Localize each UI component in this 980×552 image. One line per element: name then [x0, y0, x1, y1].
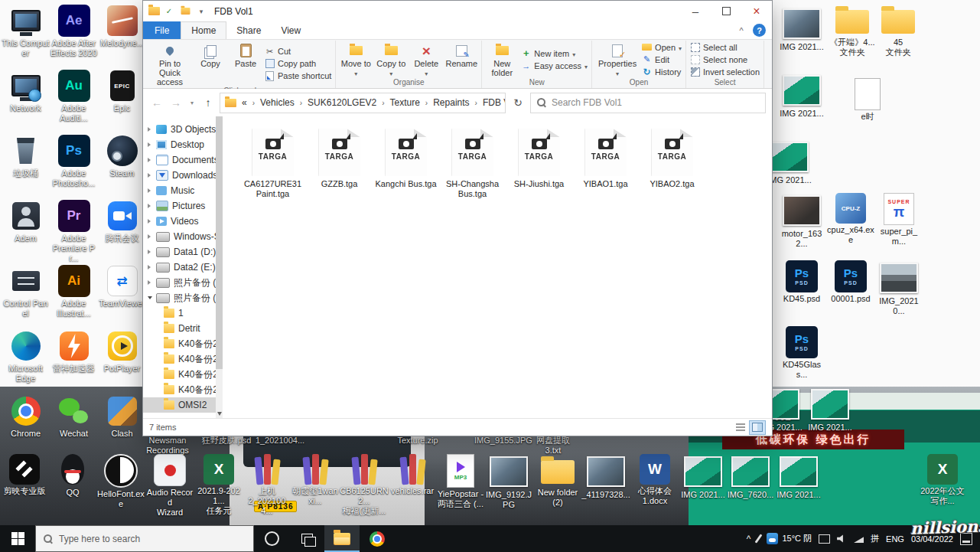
nav-item-detrit[interactable]: Detrit — [143, 321, 223, 336]
details-view-button list-icon[interactable] — [732, 420, 749, 435]
file-ca6127ure31[interactable]: TARGACA6127URE31 Paint.tga — [239, 129, 306, 199]
desktop-icon-cpuz[interactable]: CPU-Zcpuz_x64.exe — [826, 193, 875, 245]
file-yibao1[interactable]: TARGAYIBAO1.tga — [572, 129, 639, 189]
invert-selection-button[interactable]: Invert selection — [690, 67, 760, 77]
language-indicator[interactable]: ENG — [886, 534, 904, 544]
desktop-icon-wechat[interactable]: Wechat — [50, 392, 98, 457]
desktop-icon-epic[interactable]: EPICEpic — [98, 67, 146, 132]
nav-item-documents[interactable]: Documents — [143, 152, 223, 168]
refresh-button[interactable] — [510, 96, 526, 109]
pen-icon[interactable] — [755, 534, 763, 543]
desktop-icon-steam[interactable]: Steam — [98, 132, 146, 197]
desktop-icon-potplayer[interactable]: PotPlayer — [98, 327, 146, 392]
desktop-icon-archive[interactable]: 1_2021004... — [252, 436, 308, 446]
start-button[interactable] — [0, 525, 35, 552]
desktop-icon-psd-skin[interactable]: 狂野皮肤.psd — [199, 436, 254, 446]
ime-indicator[interactable]: 拼 — [871, 533, 879, 544]
copy-button[interactable]: Copy — [193, 41, 228, 87]
nav-item-pictures[interactable]: Pictures — [143, 198, 223, 214]
desktop-icon-clash[interactable]: Clash — [98, 392, 146, 457]
new-folder-button[interactable]: New folder — [484, 41, 519, 78]
minimize-button[interactable] — [680, 1, 711, 21]
desktop-icon-network[interactable]: Network — [2, 67, 50, 132]
desktop-icon-img[interactable]: IMG 2021... — [774, 454, 823, 500]
desktop-icon-leishen[interactable]: 雷神加速器 — [50, 327, 98, 392]
desktop-icon-img[interactable]: IMG 2021... — [806, 387, 855, 433]
nav-item-windows-ssd[interactable]: Windows-S... — [143, 229, 223, 244]
desktop-icon-rar-zhaoxia[interactable]: 朝霞玺1wanxi... — [291, 454, 340, 506]
easy-access-button[interactable]: Easy access — [521, 60, 588, 70]
qat-new-folder-button folder-icon[interactable] — [178, 5, 192, 18]
file-sh-changsha-bus[interactable]: TARGASH-Changsha Bus.tga — [439, 129, 506, 199]
desktop-icon-control-panel[interactable]: Control Panel — [2, 262, 50, 327]
desktop-icon-jianying[interactable]: 剪映专业版 — [0, 454, 49, 496]
taskbar-search-input[interactable]: Type here to search — [35, 525, 254, 552]
file-yibao2[interactable]: TARGAYIBAO2.tga — [639, 129, 705, 189]
desktop-icon-hellofont[interactable]: HelloFont.exe — [96, 454, 145, 509]
select-all-button[interactable]: Select all — [690, 42, 760, 52]
nav-item-k40-backup-4[interactable]: K40备份20... — [143, 382, 223, 397]
pin-to-quick-access-button[interactable]: Pin to Quick access — [147, 41, 193, 87]
desktop-icon-qq[interactable]: QQ — [48, 454, 97, 498]
breadcrumb-overflow[interactable]: « — [238, 97, 251, 108]
open-button[interactable]: Open — [642, 42, 682, 52]
desktop-icon-img[interactable]: IMG 2021... — [679, 454, 728, 500]
select-none-button[interactable]: Select none — [690, 54, 760, 64]
desktop-icon-rar-shangji[interactable]: 上机 2_2021004... — [243, 454, 291, 516]
thumbnail-view-button grid-icon[interactable] — [749, 420, 766, 435]
desktop-icon-netdisk-txt[interactable]: 网盘提取 3.txt — [526, 436, 581, 456]
desktop-icon-recycle-bin[interactable]: 垃圾桶 — [2, 132, 50, 197]
history-button[interactable]: History — [642, 67, 682, 77]
desktop-icon-texture-zip[interactable]: Texture.zip — [390, 436, 445, 446]
nav-item-k40-backup-3[interactable]: K40备份202... — [143, 367, 223, 382]
scrollbar-thumb[interactable] — [216, 116, 223, 369]
desktop-icon-adem[interactable]: Adem — [2, 197, 50, 262]
new-item-button[interactable]: New item — [521, 48, 588, 58]
search-input[interactable]: Search FDB Vol1 — [530, 93, 766, 113]
nav-item-desktop[interactable]: Desktop — [143, 137, 223, 152]
nav-scrollbar[interactable] — [216, 116, 223, 418]
nav-item-1[interactable]: 1 — [143, 305, 223, 321]
weather-widget[interactable]: 15°C 阴 — [767, 533, 812, 544]
breadcrumb-repaints[interactable]: Repaints — [429, 97, 473, 108]
forward-button[interactable] — [168, 96, 184, 109]
desktop-icon-45-folder[interactable]: 45 文件夹 — [874, 4, 923, 57]
nav-item-3d-objects[interactable]: 3D Objects — [143, 122, 223, 137]
desktop-icon-teamviewer[interactable]: TeamViewer — [98, 262, 146, 327]
desktop-icon-newsman[interactable]: Newsman Recordings — [140, 436, 195, 456]
delete-button[interactable]: Delete — [409, 41, 444, 78]
display-icon[interactable] — [819, 534, 830, 544]
maximize-button[interactable] — [711, 1, 741, 21]
desktop-icon-premiere[interactable]: PrAdobe Premiere Pr... — [50, 197, 98, 262]
desktop-icon-docx[interactable]: W心得体会 1.docx — [630, 454, 679, 506]
nav-item-videos[interactable]: Videos — [143, 214, 223, 229]
desktop-icon-superpi[interactable]: SUPERπsuper_pi_m... — [874, 193, 923, 247]
desktop-icon-img-41197328[interactable]: _41197328... — [581, 454, 630, 500]
breadcrumb-suk6120lgev2[interactable]: SUK6120LGEV2 — [304, 97, 380, 108]
desktop-icon-chrome[interactable]: Chrome — [2, 392, 50, 457]
nav-item-photo-backup-f[interactable]: 照片备份 (F — [143, 275, 223, 290]
nav-item-photo-backup-g[interactable]: 照片备份 (G: — [143, 290, 223, 305]
tab-home[interactable]: Home — [181, 21, 226, 39]
network-icon[interactable] — [854, 534, 864, 543]
speaker-icon[interactable] — [837, 534, 847, 544]
breadcrumb[interactable]: « Vehicles SUK6120LGEV2 Texture Repaints… — [220, 93, 506, 113]
nav-item-k40-backup-2[interactable]: K40备份20... — [143, 351, 223, 367]
cortana-button[interactable] — [254, 525, 289, 552]
edit-button[interactable]: Edit — [642, 54, 682, 64]
taskbar-chrome[interactable] — [360, 525, 395, 552]
desktop-icon-excel-task[interactable]: X2021.9-2021... 任务元 — [194, 454, 243, 516]
title-bar[interactable]: FDB Vol1 — [143, 1, 772, 21]
nav-item-music[interactable]: Music — [143, 183, 223, 198]
breadcrumb-texture[interactable]: Texture — [386, 97, 423, 108]
breadcrumb-vehicles[interactable]: Vehicles — [256, 97, 298, 108]
cut-button[interactable]: Cut — [265, 47, 331, 57]
file-gzzb[interactable]: TARGAGZZB.tga — [306, 129, 373, 189]
desktop-icon-img-7620[interactable]: IMG_7620... — [726, 454, 775, 500]
copy-path-button[interactable]: Copy path — [265, 59, 331, 69]
tab-share[interactable]: Share — [226, 21, 271, 39]
desktop-icon-psd[interactable]: PsPSDKD45Glass... — [777, 326, 826, 380]
desktop-icon-motor[interactable]: motor_1632... — [777, 193, 826, 249]
desktop-icon-img[interactable]: IMG 2021... — [777, 6, 826, 52]
nav-item-omsi2[interactable]: OMSI2 — [143, 397, 223, 413]
